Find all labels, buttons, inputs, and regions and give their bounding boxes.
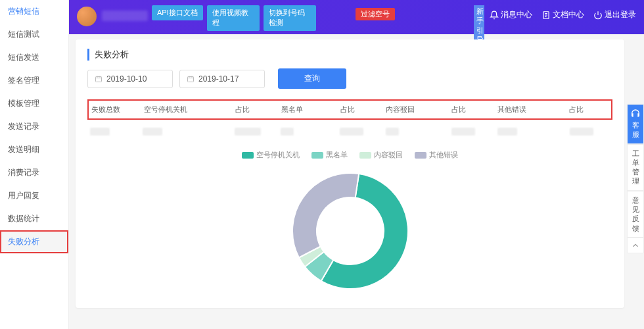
doc-center-link[interactable]: 文档中心 xyxy=(541,9,584,20)
sidebar: 营销短信短信测试短信发送签名管理模板管理发送记录发送明细消费记录用户回复数据统计… xyxy=(0,0,69,329)
sidebar-item-4[interactable]: 模板管理 xyxy=(0,92,68,115)
sidebar-item-6[interactable]: 发送明细 xyxy=(0,138,68,161)
failure-analysis-panel: 失败分析 查询 失败总数 空号停机关机 占比 黑名单 占比 内容驳回 占比 其他… xyxy=(76,39,624,308)
svg-rect-2 xyxy=(188,76,194,82)
topbar: API接口文档 使用视频教程 切换到号码检测 过滤空号 新手引导 消息中心 文档… xyxy=(69,0,644,34)
cell-blurred xyxy=(497,128,517,136)
cell-blurred xyxy=(451,128,475,136)
th-blacklist: 黑名单 xyxy=(281,105,340,114)
th-total: 失败总数 xyxy=(91,105,144,114)
video-tutorial-button[interactable]: 使用视频教程 xyxy=(207,5,260,31)
th-ratio3: 占比 xyxy=(451,105,497,114)
legend-swatch xyxy=(359,152,371,159)
th-ratio1: 占比 xyxy=(235,105,281,114)
sidebar-item-3[interactable]: 签名管理 xyxy=(0,69,68,92)
chart-legend: 空号停机关机黑名单内容驳回其他错误 xyxy=(87,150,612,160)
feedback-button[interactable]: 意见反馈 xyxy=(627,191,644,238)
th-empty: 空号停机关机 xyxy=(144,105,235,114)
th-reject: 内容驳回 xyxy=(386,105,451,114)
filter-row: 查询 xyxy=(87,68,612,89)
legend-swatch xyxy=(415,152,426,159)
table-row xyxy=(87,120,612,143)
customer-service-button[interactable]: 客服 xyxy=(627,104,644,144)
result-table: 失败总数 空号停机关机 占比 黑名单 占比 内容驳回 占比 其他错误 占比 xyxy=(87,99,612,143)
sidebar-item-8[interactable]: 用户回复 xyxy=(0,184,68,207)
top-links: 消息中心 文档中心 退出登录 xyxy=(490,9,636,20)
username-blurred xyxy=(102,11,148,21)
svg-rect-1 xyxy=(96,76,102,82)
sidebar-item-10[interactable]: 失败分析 xyxy=(0,230,68,253)
date-to-field[interactable] xyxy=(198,74,258,84)
logout-link[interactable]: 退出登录 xyxy=(593,9,636,20)
cell-blurred xyxy=(570,128,593,136)
avatar[interactable] xyxy=(77,7,97,26)
cell-blurred xyxy=(143,128,162,136)
query-button[interactable]: 查询 xyxy=(278,68,346,89)
sidebar-item-2[interactable]: 短信发送 xyxy=(0,46,68,69)
date-from-input[interactable] xyxy=(87,70,173,88)
headset-icon xyxy=(630,109,641,119)
date-to-input[interactable] xyxy=(179,70,265,88)
cell-blurred xyxy=(235,128,261,136)
donut-chart xyxy=(285,165,416,297)
legend-item[interactable]: 空号停机关机 xyxy=(242,150,300,160)
switch-number-check-button[interactable]: 切换到号码检测 xyxy=(264,5,316,31)
legend-item[interactable]: 内容驳回 xyxy=(359,150,403,160)
legend-item[interactable]: 黑名单 xyxy=(311,150,348,160)
chart-area: 空号停机关机黑名单内容驳回其他错误 xyxy=(87,150,612,299)
cell-blurred xyxy=(340,128,363,136)
calendar-icon xyxy=(95,74,103,84)
sidebar-item-7[interactable]: 消费记录 xyxy=(0,161,68,184)
bell-icon xyxy=(490,11,499,20)
message-center-link[interactable]: 消息中心 xyxy=(490,9,532,20)
cell-blurred xyxy=(281,128,294,136)
right-dock: 客服 工单管理 意见反馈 xyxy=(627,104,644,253)
scroll-top-button[interactable] xyxy=(627,238,644,253)
donut-slice[interactable] xyxy=(292,173,359,258)
legend-item[interactable]: 其他错误 xyxy=(415,150,458,160)
th-ratio4: 占比 xyxy=(569,105,609,114)
panel-title: 失败分析 xyxy=(87,49,612,61)
ticket-mgmt-button[interactable]: 工单管理 xyxy=(627,144,644,191)
filter-empty-tag: 过滤空号 xyxy=(356,8,395,20)
sidebar-item-1[interactable]: 短信测试 xyxy=(0,23,68,46)
date-from-field[interactable] xyxy=(106,74,166,84)
calendar-icon xyxy=(187,74,195,84)
cell-blurred xyxy=(386,128,399,136)
sidebar-item-5[interactable]: 发送记录 xyxy=(0,115,68,138)
document-icon xyxy=(541,11,551,20)
chevron-up-icon xyxy=(631,241,640,250)
sidebar-item-0[interactable]: 营销短信 xyxy=(0,0,68,23)
th-ratio2: 占比 xyxy=(340,105,386,114)
power-icon xyxy=(593,11,603,20)
th-other: 其他错误 xyxy=(497,105,570,114)
main-content: 失败分析 查询 失败总数 空号停机关机 占比 黑名单 占比 内容驳回 占比 其他… xyxy=(76,39,624,324)
cell-blurred xyxy=(90,128,110,136)
table-header-row: 失败总数 空号停机关机 占比 黑名单 占比 内容驳回 占比 其他错误 占比 xyxy=(87,99,612,120)
legend-swatch xyxy=(311,152,323,159)
sidebar-item-9[interactable]: 数据统计 xyxy=(0,207,68,230)
legend-swatch xyxy=(242,152,254,159)
api-doc-button[interactable]: API接口文档 xyxy=(152,5,203,20)
